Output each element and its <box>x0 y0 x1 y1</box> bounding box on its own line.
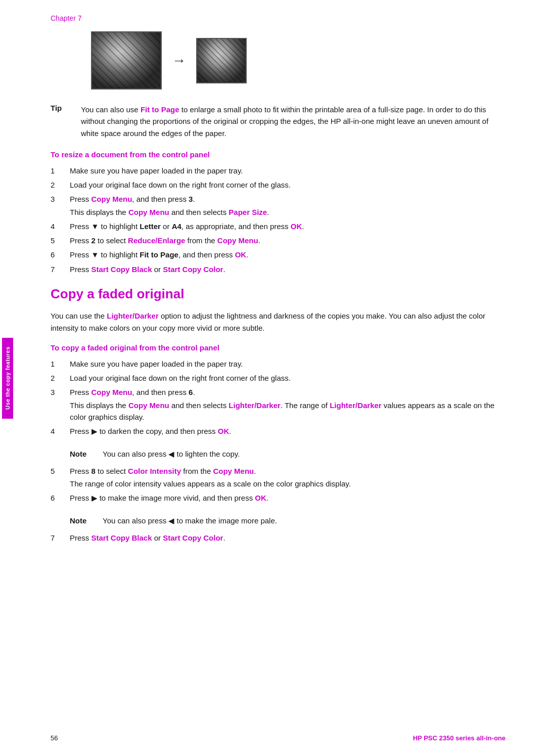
list-item: 1 Make sure you have paper loaded in the… <box>51 358 506 370</box>
footer-product-name: HP PSC 2350 series all-in-one <box>413 734 506 742</box>
step-text-group: Press Copy Menu, and then press 3. This … <box>70 193 269 218</box>
step-number: 3 <box>51 386 70 398</box>
step-line1: Press Copy Menu, and then press 3. <box>70 193 269 205</box>
step-line2: This displays the Copy Menu and then sel… <box>70 206 269 218</box>
tip-text: You can also use Fit to Page to enlarge … <box>81 104 506 139</box>
step-number: 3 <box>51 193 70 205</box>
list-item: 4 Press ▶ to darken the copy, and then p… <box>51 425 506 437</box>
list-item: 6 Press ▼ to highlight Fit to Page, and … <box>51 249 506 260</box>
step-text: Press Start Copy Black or Start Copy Col… <box>70 263 506 275</box>
step-line2: The range of color intensity values appe… <box>70 478 351 490</box>
section2-title: Copy a faded original <box>51 286 506 302</box>
step-text-group: Press Copy Menu, and then press 6. This … <box>70 386 506 423</box>
step-line1: Press Copy Menu, and then press 6. <box>70 386 506 398</box>
list-item: 5 Press 2 to select Reduce/Enlarge from … <box>51 235 506 246</box>
list-item: 5 Press 8 to select Color Intensity from… <box>51 465 506 490</box>
section1-steps: 1 Make sure you have paper loaded in the… <box>51 165 506 275</box>
step-line2: This displays the Copy Menu and then sel… <box>70 399 506 423</box>
note-block-1: Note You can also press ◀ to lighten the… <box>70 448 506 460</box>
section2-steps-cont: 5 Press 8 to select Color Intensity from… <box>51 465 506 504</box>
list-item: 1 Make sure you have paper loaded in the… <box>51 165 506 176</box>
tip-label: Tip <box>51 104 78 139</box>
step-number: 1 <box>51 165 70 176</box>
list-item: 3 Press Copy Menu, and then press 3. Thi… <box>51 193 506 218</box>
note-text-2: You can also press ◀ to make the image m… <box>103 515 277 526</box>
section2-body: You can use the Lighter/Darker option to… <box>51 310 506 334</box>
step-number: 1 <box>51 358 70 370</box>
list-item: 4 Press ▼ to highlight Letter or A4, as … <box>51 220 506 232</box>
step-text: Load your original face down on the righ… <box>70 372 506 384</box>
step-text: Make sure you have paper loaded in the p… <box>70 165 506 176</box>
footer-page-number: 56 <box>51 734 58 742</box>
step-number: 7 <box>51 532 70 544</box>
tip-block: Tip You can also use Fit to Page to enla… <box>51 104 506 139</box>
step-text: Press ▼ to highlight Fit to Page, and th… <box>70 249 506 260</box>
tiger-image-small <box>196 38 247 83</box>
step-number: 2 <box>51 372 70 384</box>
fit-to-page-link: Fit to Page <box>141 105 179 114</box>
step-number: 5 <box>51 465 70 477</box>
step-text: Press ▼ to highlight Letter or A4, as ap… <box>70 220 506 232</box>
arrow-icon: → <box>172 53 186 69</box>
side-tab: Use the copy features <box>2 338 13 419</box>
step-number: 6 <box>51 492 70 504</box>
note-text: You can also press ◀ to lighten the copy… <box>103 448 240 460</box>
step-text: Load your original face down on the righ… <box>70 179 506 191</box>
step-line1: Press 8 to select Color Intensity from t… <box>70 465 351 477</box>
tiger-image-large <box>91 31 162 90</box>
list-item: 2 Load your original face down on the ri… <box>51 372 506 384</box>
step-number: 2 <box>51 179 70 191</box>
note-label-2: Note <box>70 515 100 526</box>
image-section: → <box>91 31 506 90</box>
step-text: Make sure you have paper loaded in the p… <box>70 358 506 370</box>
step-number: 4 <box>51 220 70 232</box>
step-text-group: Press 8 to select Color Intensity from t… <box>70 465 351 490</box>
step-text: Press Start Copy Black or Start Copy Col… <box>70 532 506 544</box>
step-text: Press ▶ to make the image more vivid, an… <box>70 492 506 504</box>
step-number: 4 <box>51 425 70 437</box>
list-item: 6 Press ▶ to make the image more vivid, … <box>51 492 506 504</box>
note-block-2: Note You can also press ◀ to make the im… <box>70 515 506 526</box>
list-item: 7 Press Start Copy Black or Start Copy C… <box>51 263 506 275</box>
chapter-label: Chapter 7 <box>51 14 506 22</box>
step-number: 7 <box>51 263 70 275</box>
step-number: 6 <box>51 249 70 260</box>
section1-heading: To resize a document from the control pa… <box>51 150 506 159</box>
section2-steps: 1 Make sure you have paper loaded in the… <box>51 358 506 437</box>
list-item: 2 Load your original face down on the ri… <box>51 179 506 191</box>
step-text: Press ▶ to darken the copy, and then pre… <box>70 425 506 437</box>
list-item: 3 Press Copy Menu, and then press 6. Thi… <box>51 386 506 423</box>
section2-steps-final: 7 Press Start Copy Black or Start Copy C… <box>51 532 506 544</box>
note-label: Note <box>70 448 100 460</box>
page-footer: 56 HP PSC 2350 series all-in-one <box>0 734 546 742</box>
step-number: 5 <box>51 235 70 246</box>
section2-heading: To copy a faded original from the contro… <box>51 343 506 352</box>
list-item: 7 Press Start Copy Black or Start Copy C… <box>51 532 506 544</box>
step-text: Press 2 to select Reduce/Enlarge from th… <box>70 235 506 246</box>
